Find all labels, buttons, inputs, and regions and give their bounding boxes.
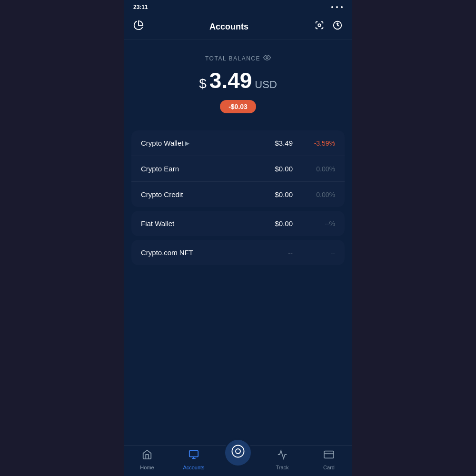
crypto-credit-change: 0.00% <box>304 191 335 198</box>
svg-point-0 <box>318 24 321 27</box>
nft-name: Crypto.com NFT <box>141 248 193 257</box>
balance-amount: $ 3.49 USD <box>131 68 345 93</box>
nft-balance: -- <box>264 248 293 257</box>
nft-row[interactable]: Crypto.com NFT -- -- <box>131 240 345 265</box>
crypto-wallet-name: Crypto Wallet ▶ <box>141 139 189 147</box>
main-content: TOTAL BALANCE $ 3.49 USD -$0.03 <box>124 40 352 445</box>
card-icon <box>324 449 334 463</box>
dollar-clock-icon[interactable] <box>332 20 343 33</box>
pie-chart-icon[interactable] <box>133 20 144 33</box>
status-bar: 23:11 <box>124 0 352 14</box>
crypto-credit-row[interactable]: Crypto Credit $0.00 0.00% <box>131 182 345 207</box>
crypto-earn-change: 0.00% <box>304 165 335 173</box>
home-label: Home <box>140 465 154 470</box>
balance-number: 3.49 <box>209 68 252 93</box>
balance-change-badge: -$0.03 <box>220 100 256 113</box>
balance-section: TOTAL BALANCE $ 3.49 USD -$0.03 <box>131 40 345 123</box>
crypto-credit-values: $0.00 0.00% <box>264 190 335 198</box>
fiat-wallet-change: --% <box>304 220 335 228</box>
track-label: Track <box>276 465 288 470</box>
crypto-wallet-row[interactable]: Crypto Wallet ▶ $3.49 -3.59% <box>131 130 345 156</box>
crypto-wallet-values: $3.49 -3.59% <box>264 139 335 147</box>
svg-rect-3 <box>189 451 198 457</box>
header-right-icons <box>314 20 343 33</box>
balance-label: TOTAL BALANCE <box>131 54 345 63</box>
crypto-logo-icon <box>231 444 245 461</box>
crypto-earn-row[interactable]: Crypto Earn $0.00 0.00% <box>131 156 345 182</box>
fiat-wallet-row[interactable]: Fiat Wallet $0.00 --% <box>131 211 345 236</box>
crypto-credit-balance: $0.00 <box>264 190 293 198</box>
track-icon <box>277 449 288 463</box>
card-label: Card <box>323 465 335 470</box>
nft-values: -- -- <box>264 248 335 257</box>
crypto-earn-values: $0.00 0.00% <box>264 165 335 173</box>
scan-icon[interactable] <box>314 20 325 33</box>
dollar-sign: $ <box>199 76 207 91</box>
svg-point-7 <box>236 449 240 454</box>
fiat-wallet-name: Fiat Wallet <box>141 219 174 228</box>
fiat-card: Fiat Wallet $0.00 --% <box>131 211 345 236</box>
nft-card: Crypto.com NFT -- -- <box>131 240 345 265</box>
phone-container: 23:11 Accounts <box>124 0 352 476</box>
nav-accounts[interactable]: Accounts <box>177 449 210 470</box>
fiat-wallet-values: $0.00 --% <box>264 219 335 228</box>
wallet-card: Crypto Wallet ▶ $3.49 -3.59% Crypto Earn… <box>131 130 345 207</box>
svg-rect-8 <box>324 451 334 458</box>
status-icons <box>331 6 343 8</box>
accounts-icon <box>188 449 199 463</box>
header-title: Accounts <box>209 22 248 32</box>
svg-point-2 <box>266 57 268 59</box>
home-icon <box>142 449 152 463</box>
balance-currency: USD <box>255 79 277 91</box>
nav-home[interactable]: Home <box>130 449 164 470</box>
eye-icon[interactable] <box>263 54 271 63</box>
crypto-wallet-balance: $3.49 <box>264 139 293 147</box>
status-time: 23:11 <box>133 4 148 10</box>
nav-card[interactable]: Card <box>312 449 346 470</box>
header: Accounts <box>124 14 352 40</box>
accounts-list: Crypto Wallet ▶ $3.49 -3.59% Crypto Earn… <box>131 130 345 265</box>
crypto-earn-name: Crypto Earn <box>141 165 179 173</box>
nft-change: -- <box>304 249 335 257</box>
nav-track[interactable]: Track <box>266 449 299 470</box>
battery-icon <box>341 6 343 8</box>
fiat-wallet-balance: $0.00 <box>264 219 293 228</box>
bottom-nav: Home Accounts <box>124 445 352 476</box>
wallet-arrow-icon: ▶ <box>185 140 189 147</box>
nav-center-button[interactable] <box>224 438 252 467</box>
accounts-label: Accounts <box>183 465 204 470</box>
signal-icon <box>331 6 333 8</box>
crypto-credit-name: Crypto Credit <box>141 190 183 198</box>
crypto-earn-balance: $0.00 <box>264 165 293 173</box>
wifi-icon <box>336 6 338 8</box>
crypto-wallet-change: -3.59% <box>304 139 335 147</box>
